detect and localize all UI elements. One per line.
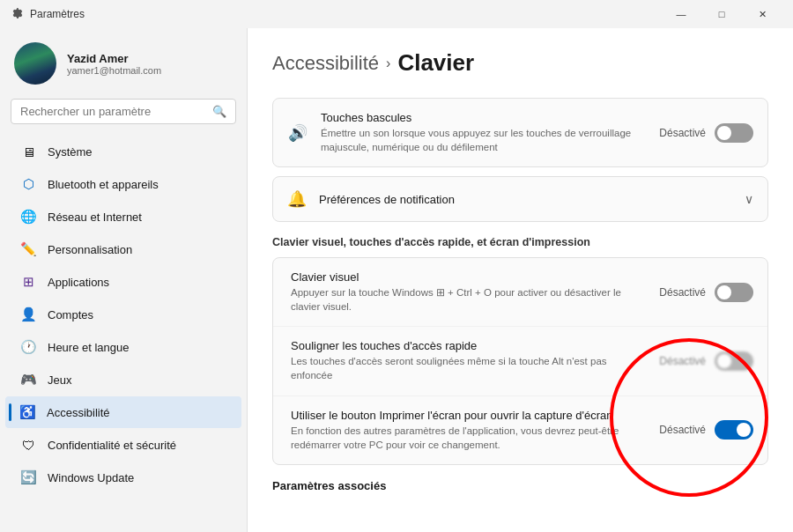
sidebar-item-label-reseau: Réseau et Internet: [48, 211, 142, 224]
sidebar-item-heure[interactable]: 🕐 Heure et langue: [5, 331, 241, 363]
app-body: Yazid Amer yamer1@hotmail.com 🔍 🖥 Systèm…: [0, 28, 793, 532]
sidebar-item-label-heure: Heure et langue: [48, 341, 130, 354]
imprimer-ecran-status: Désactivé: [659, 424, 706, 436]
sidebar-item-windows-update[interactable]: 🔄 Windows Update: [5, 462, 241, 493]
touches-bascules-control: Désactivé: [659, 123, 753, 143]
search-input[interactable]: [20, 105, 205, 118]
sidebar-item-applications[interactable]: ⊞ Applications: [5, 266, 241, 298]
applications-icon: ⊞: [19, 273, 37, 291]
imprimer-ecran-toggle[interactable]: [715, 420, 753, 440]
clavier-visuel-row: Clavier visuel Appuyer sur la touche Win…: [273, 258, 767, 327]
imprimer-ecran-text: Utiliser le bouton Imprimer l'écran pour…: [287, 409, 647, 452]
windows-update-icon: 🔄: [19, 469, 37, 486]
imprimer-ecran-row: Utiliser le bouton Imprimer l'écran pour…: [273, 396, 767, 464]
clavier-visuel-title: Clavier visuel: [291, 270, 647, 284]
breadcrumb-parent: Accessibilité: [272, 52, 379, 75]
active-indicator: [9, 403, 11, 421]
sidebar-item-label-accessibilite: Accessibilité: [47, 406, 110, 419]
sidebar: Yazid Amer yamer1@hotmail.com 🔍 🖥 Systèm…: [0, 28, 247, 532]
sidebar-item-accessibilite[interactable]: ♿ Accessibilité: [5, 396, 241, 428]
content-area: Accessibilité › Clavier 🔊 Touches bascul…: [247, 28, 793, 532]
section-label: Clavier visuel, touches d'accès rapide, …: [272, 236, 768, 248]
souligner-touches-desc: Les touches d'accès seront soulignées mê…: [291, 354, 647, 382]
comptes-icon: 👤: [19, 306, 37, 323]
parametres-associes-label: Paramètres associés: [272, 479, 768, 492]
sidebar-item-systeme[interactable]: 🖥 Système: [5, 136, 241, 167]
touches-bascules-row: 🔊 Touches bascules Émettre un son lorsqu…: [273, 99, 767, 166]
clavier-visuel-desc: Appuyer sur la touche Windows ⊞ + Ctrl +…: [291, 285, 647, 314]
sidebar-item-jeux[interactable]: 🎮 Jeux: [5, 364, 241, 395]
imprimer-ecran-title: Utiliser le bouton Imprimer l'écran pour…: [291, 409, 647, 422]
preferences-notification-title: Préférences de notification: [319, 193, 732, 206]
confidentialite-icon: 🛡: [19, 436, 37, 454]
accessibilite-icon: ♿: [19, 403, 36, 421]
user-name: Yazid Amer: [67, 52, 161, 65]
bluetooth-icon: ⬡: [19, 175, 37, 193]
touches-bascules-text: Touches bascules Émettre un son lorsque …: [321, 111, 647, 154]
souligner-touches-text: Souligner les touches d'accès rapide Les…: [287, 339, 647, 382]
souligner-touches-title: Souligner les touches d'accès rapide: [291, 339, 647, 352]
souligner-touches-control: Désactivé: [659, 351, 753, 371]
souligner-touches-status: Désactivé: [659, 355, 706, 367]
user-section: Yazid Amer yamer1@hotmail.com: [0, 28, 247, 95]
sidebar-item-reseau[interactable]: 🌐 Réseau et Internet: [5, 201, 241, 233]
jeux-icon: 🎮: [19, 371, 37, 388]
speaker-icon: 🔊: [287, 122, 308, 144]
sidebar-item-label-comptes: Comptes: [48, 308, 93, 321]
clavier-visuel-text: Clavier visuel Appuyer sur la touche Win…: [287, 270, 647, 314]
notification-icon: 🔔: [287, 189, 307, 209]
sidebar-item-comptes[interactable]: 👤 Comptes: [5, 299, 241, 330]
souligner-touches-toggle[interactable]: [715, 351, 753, 371]
sidebar-item-confidentialite[interactable]: 🛡 Confidentialité et sécurité: [5, 429, 241, 461]
imprimer-ecran-control: Désactivé: [659, 420, 753, 440]
touches-bascules-status: Désactivé: [659, 127, 706, 139]
chevron-down-icon: ∨: [745, 192, 753, 206]
toggle-knob-2: [717, 285, 731, 299]
settings-icon: [11, 7, 25, 21]
clavier-visuel-control: Désactivé: [659, 283, 753, 302]
close-button[interactable]: ✕: [742, 0, 782, 28]
toggle-knob: [717, 126, 731, 140]
page-header: Accessibilité › Clavier: [272, 49, 768, 77]
preferences-notification-row[interactable]: 🔔 Préférences de notification ∨: [272, 176, 768, 222]
sidebar-item-label-personnalisation: Personnalisation: [48, 243, 132, 256]
sidebar-item-label-windows-update: Windows Update: [48, 471, 134, 484]
personnalisation-icon: ✏️: [19, 240, 37, 258]
sidebar-item-personnalisation[interactable]: ✏️ Personnalisation: [5, 233, 241, 265]
sidebar-item-label-jeux: Jeux: [48, 373, 71, 387]
clavier-visuel-toggle[interactable]: [715, 283, 753, 302]
sidebar-item-label-systeme: Système: [48, 145, 93, 159]
breadcrumb-chevron: ›: [386, 55, 390, 71]
sidebar-item-bluetooth[interactable]: ⬡ Bluetooth et appareils: [5, 168, 241, 200]
sidebar-item-label-confidentialite: Confidentialité et sécurité: [48, 439, 176, 452]
touches-bascules-desc: Émettre un son lorsque vous appuyez sur …: [321, 126, 647, 154]
avatar-image: [14, 42, 56, 85]
clavier-visuel-status: Désactivé: [659, 286, 706, 299]
titlebar: Paramètres — □ ✕: [0, 0, 793, 28]
keyboard-options-card: Clavier visuel Appuyer sur la touche Win…: [272, 257, 768, 465]
souligner-touches-row: Souligner les touches d'accès rapide Les…: [273, 327, 767, 395]
touches-bascules-toggle[interactable]: [715, 123, 753, 143]
touches-bascules-card: 🔊 Touches bascules Émettre un son lorsqu…: [272, 98, 768, 167]
systeme-icon: 🖥: [19, 143, 37, 160]
maximize-button[interactable]: □: [701, 0, 742, 28]
minimize-button[interactable]: —: [661, 0, 701, 28]
heure-icon: 🕐: [19, 338, 37, 356]
toggle-knob-3: [717, 354, 731, 368]
toggle-knob-4: [737, 423, 751, 437]
search-icon: 🔍: [212, 105, 226, 118]
sidebar-item-label-bluetooth: Bluetooth et appareils: [48, 178, 159, 191]
page-title: Clavier: [397, 49, 474, 77]
sidebar-item-label-applications: Applications: [48, 276, 109, 289]
avatar: [14, 42, 56, 85]
search-box[interactable]: 🔍: [11, 99, 236, 124]
user-email: yamer1@hotmail.com: [67, 65, 161, 76]
imprimer-ecran-desc: En fonction des autres paramètres de l'a…: [291, 424, 647, 452]
titlebar-controls: — □ ✕: [661, 0, 782, 28]
sidebar-nav: 🖥 Système ⬡ Bluetooth et appareils 🌐 Rés…: [0, 135, 247, 494]
touches-bascules-title: Touches bascules: [321, 111, 647, 124]
user-info: Yazid Amer yamer1@hotmail.com: [67, 52, 161, 76]
titlebar-title: Paramètres: [30, 8, 661, 20]
reseau-icon: 🌐: [19, 208, 37, 225]
